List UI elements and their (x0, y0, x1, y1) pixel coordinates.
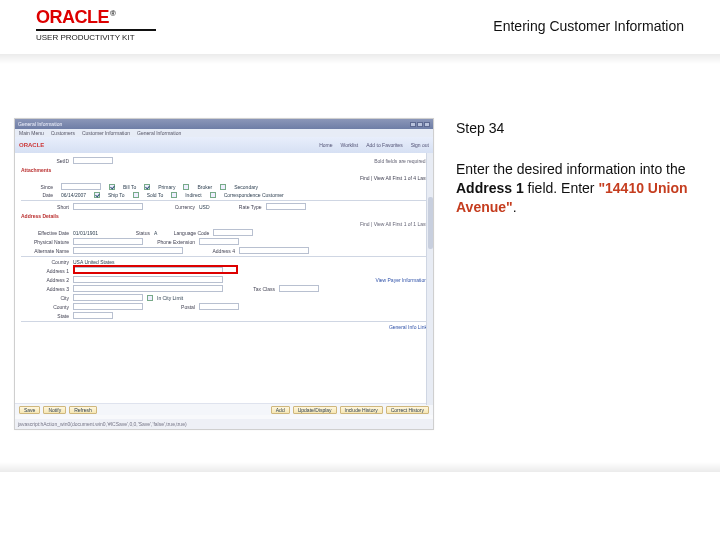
ribbon-link: Sign out (411, 142, 429, 148)
shipto-label: Ship To (108, 192, 125, 198)
soldto-label: Sold To (147, 192, 164, 198)
status-value: A (154, 230, 157, 236)
instr-pre: Enter the desired information into the (456, 161, 686, 177)
setid-input[interactable] (73, 157, 113, 164)
short-input[interactable] (73, 203, 143, 210)
soldto-checkbox[interactable] (133, 192, 139, 198)
embedded-screenshot: General Information Main Menu Customers … (14, 118, 434, 430)
city-input[interactable] (73, 294, 143, 301)
brand-subtitle: USER PRODUCTIVITY KIT (36, 33, 156, 42)
state-input[interactable] (73, 312, 113, 319)
step-number: Step 34 (456, 120, 690, 136)
minimize-icon (410, 122, 416, 127)
content-area: General Information Main Menu Customers … (0, 118, 720, 430)
postal-input[interactable] (199, 303, 239, 310)
short-label: Short (21, 204, 69, 210)
shipto-checkbox[interactable] (94, 192, 100, 198)
brand-block: ORACLE® USER PRODUCTIVITY KIT (36, 8, 156, 42)
app-breadcrumb-bar: Main Menu Customers Customer Information… (15, 129, 433, 137)
primary-label: Primary (158, 184, 175, 190)
ribbon-link: Worklist (341, 142, 359, 148)
bold-hint: Bold fields are required. (374, 158, 427, 164)
phoneext-input[interactable] (199, 238, 239, 245)
primary-checkbox[interactable] (144, 184, 150, 190)
physical-input[interactable] (73, 238, 143, 245)
address3-input[interactable] (73, 285, 223, 292)
tab-general-link[interactable]: General Info Link (389, 324, 427, 330)
ribbon-link: Add to Favorites (366, 142, 402, 148)
corr-checkbox[interactable] (210, 192, 216, 198)
address1-label: Address 1 (21, 268, 69, 274)
county-input[interactable] (73, 303, 143, 310)
physical-label: Physical Nature (21, 239, 69, 245)
address2-label: Address 2 (21, 277, 69, 283)
state-label: State (21, 313, 69, 319)
instruction-text: Enter the desired information into the A… (456, 160, 690, 217)
ribbon-link: Home (319, 142, 332, 148)
corr-label: Correspondence Customer (224, 192, 284, 198)
page-header: ORACLE® USER PRODUCTIVITY KIT Entering C… (0, 8, 720, 54)
save-button[interactable]: Save (19, 406, 40, 414)
incity-checkbox[interactable] (147, 295, 153, 301)
billto-checkbox[interactable] (109, 184, 115, 190)
close-icon (424, 122, 430, 127)
secondary-checkbox[interactable] (220, 184, 226, 190)
address2-input[interactable] (73, 276, 223, 283)
indirect-label: Indirect (185, 192, 201, 198)
window-buttons (410, 122, 430, 127)
include-history-button[interactable]: Include History (340, 406, 383, 414)
vertical-scrollbar[interactable] (426, 153, 433, 405)
city-label: City (21, 295, 69, 301)
browser-statusbar: javascript:hAction_win0(document.win0,'#… (15, 419, 433, 429)
effdate-label: Effective Date (21, 230, 69, 236)
scroll-thumb[interactable] (428, 197, 433, 249)
since-input[interactable] (61, 183, 101, 190)
update-display-button[interactable]: Update/Display (293, 406, 337, 414)
altname-input[interactable] (73, 247, 183, 254)
addr4-label: Address 4 (187, 248, 235, 254)
maximize-icon (417, 122, 423, 127)
phoneext-label: Phone Extension (147, 239, 195, 245)
viewpayer-link[interactable]: View Payer Information (375, 277, 427, 283)
brand-oracle-logo: ORACLE® (36, 8, 156, 26)
date-value: 06/14/2007 (61, 192, 86, 198)
trademark-icon: ® (110, 9, 115, 18)
rate-input[interactable] (266, 203, 306, 210)
header-shadow (0, 54, 720, 64)
tax1-input[interactable] (279, 285, 319, 292)
instruction-panel: Step 34 Enter the desired information in… (434, 118, 720, 430)
lang-label: Language Code (161, 230, 209, 236)
date-label: Date (21, 192, 53, 198)
app-window-titlebar: General Information (15, 119, 433, 129)
effdate-value: 01/01/1901 (73, 230, 98, 236)
attachments-header: Attachments (21, 167, 427, 173)
highlight-rectangle (73, 265, 238, 274)
addr4-input[interactable] (239, 247, 309, 254)
tax1-label: Tax Class (227, 286, 275, 292)
notify-button[interactable]: Notify (43, 406, 66, 414)
indirect-checkbox[interactable] (171, 192, 177, 198)
breadcrumb-item: Main Menu (19, 130, 44, 136)
refresh-button[interactable]: Refresh (69, 406, 97, 414)
app-body: SetID Bold fields are required. Attachme… (15, 153, 433, 411)
address3-label: Address 3 (21, 286, 69, 292)
county-label: County (21, 304, 69, 310)
breadcrumb-item: Customers (51, 130, 75, 136)
breadcrumb-item: General Information (137, 130, 181, 136)
since-label: Since (21, 184, 53, 190)
country-label: Country (21, 259, 69, 265)
address-details-header: Address Details (21, 213, 427, 219)
incity-label: In City Limit (157, 295, 183, 301)
app-ribbon: ORACLE Home Worklist Add to Favorites Si… (15, 137, 433, 153)
add-button[interactable]: Add (271, 406, 290, 414)
lang-input[interactable] (213, 229, 253, 236)
app-brand-icon: ORACLE (19, 142, 44, 148)
brand-divider (36, 29, 156, 31)
correct-history-button[interactable]: Correct History (386, 406, 429, 414)
breadcrumb-item: Customer Information (82, 130, 130, 136)
rate-label: Rate Type (214, 204, 262, 210)
status-label: Status (102, 230, 150, 236)
broker-checkbox[interactable] (183, 184, 189, 190)
instr-period: . (513, 199, 517, 215)
broker-label: Broker (197, 184, 212, 190)
